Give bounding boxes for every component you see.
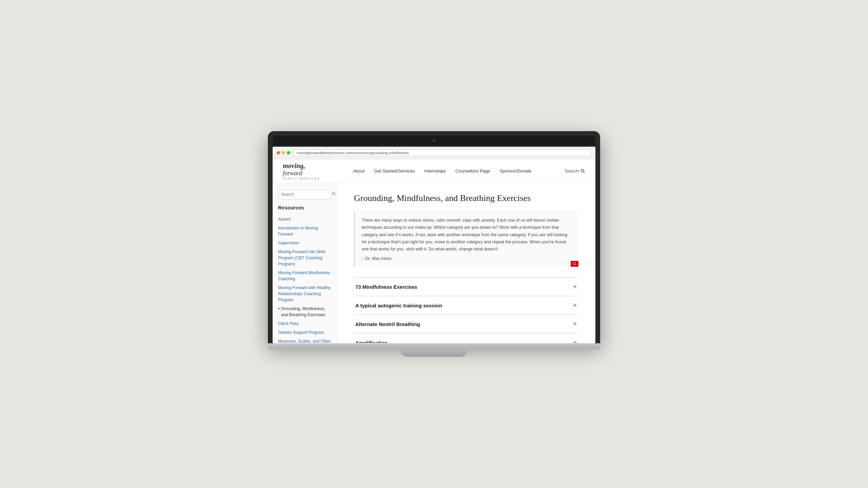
address-bar[interactable]: movingforwardfamilyservices.com/resource… <box>293 149 591 156</box>
list-item: Moving Forward Mindfulness Coaching <box>278 269 331 283</box>
sidebar-search-box[interactable] <box>278 190 331 199</box>
laptop-wrapper: movingforwardfamilyservices.com/resource… <box>268 131 600 357</box>
search-input[interactable] <box>281 192 332 197</box>
camera <box>433 139 435 142</box>
list-item: Supervision <box>278 239 331 247</box>
accordion-list: 73 Mindfulness Exercises + A typical aut… <box>354 277 578 343</box>
accordion-item: A typical autogenic training session + <box>354 296 578 315</box>
accordion-title: Amplification <box>355 340 388 343</box>
nav-about[interactable]: About <box>353 168 364 174</box>
nav-counsellors[interactable]: Counsellors Page <box>455 168 490 174</box>
list-item: Seniors Support Program <box>278 328 331 337</box>
search-icon <box>580 169 585 174</box>
nav-search-label: Search <box>565 168 579 174</box>
accordion-item: 73 Mindfulness Exercises + <box>354 278 578 296</box>
browser-chrome: movingforwardfamilyservices.com/resource… <box>273 147 595 159</box>
sidebar-item-seniors[interactable]: Seniors Support Program <box>278 328 331 337</box>
laptop-screen: movingforwardfamilyservices.com/resource… <box>273 147 595 343</box>
content-area: CL Grounding, Mindfulness, and Breathing… <box>337 183 595 343</box>
svg-line-1 <box>584 171 585 173</box>
laptop-body: movingforwardfamilyservices.com/resource… <box>268 131 600 343</box>
list-item: Moving Forward with Healthy Relationship… <box>278 284 331 304</box>
accordion-item: Amplification + <box>354 333 578 343</box>
sidebar-item-grounding[interactable]: Grounding, Mindfulness, and Breathing Ex… <box>278 305 331 319</box>
quote-author: – Dr. Max Innes <box>362 256 572 261</box>
cl-badge: CL <box>571 261 578 267</box>
sidebar-item-measures[interactable]: Measures, Scales, and Other Handouts <box>278 337 331 343</box>
svg-point-0 <box>581 169 584 172</box>
list-item: Client Fees <box>278 320 331 328</box>
sidebar-item-healthy-relationships[interactable]: Moving Forward with Healthy Relationship… <box>278 284 331 304</box>
sidebar-item-supervision[interactable]: Supervision <box>278 239 331 247</box>
main-content: Resources Alumni Introduction to Moving … <box>273 183 595 343</box>
maximize-dot[interactable] <box>287 151 290 155</box>
browser-dots <box>277 151 290 155</box>
logo-line1: moving, <box>283 162 320 170</box>
top-nav: moving, forward family services About Ge… <box>273 159 595 183</box>
sidebar-item-intro[interactable]: Introduction to Moving Forward <box>278 224 331 238</box>
list-item: Alumni <box>278 215 331 223</box>
page-title: Grounding, Mindfulness, and Breathing Ex… <box>354 193 578 203</box>
sidebar-search-icon <box>332 192 336 197</box>
svg-point-2 <box>333 192 335 195</box>
laptop-stand <box>400 349 468 357</box>
nav-internships[interactable]: Internships <box>424 168 446 174</box>
accordion-header-amplification[interactable]: Amplification + <box>354 333 578 343</box>
website: moving, forward family services About Ge… <box>273 159 595 343</box>
list-item: Introduction to Moving Forward <box>278 224 331 238</box>
accordion-title: A typical autogenic training session <box>355 303 442 308</box>
sidebar-item-life-skills[interactable]: Moving Forward Life Skills Program (CBT … <box>278 248 331 268</box>
accordion-expand-icon: + <box>573 339 577 343</box>
accordion-header-autogenic-training[interactable]: A typical autogenic training session + <box>354 296 578 314</box>
sidebar: Resources Alumni Introduction to Moving … <box>273 183 337 343</box>
sidebar-title: Resources <box>278 205 331 210</box>
list-item: Measures, Scales, and Other Handouts <box>278 337 331 343</box>
accordion-header-73-mindfulness[interactable]: 73 Mindfulness Exercises + <box>354 278 578 296</box>
laptop-base <box>268 343 600 349</box>
sidebar-item-alumni[interactable]: Alumni <box>278 215 331 223</box>
quote-block: There are many ways to reduce stress, ca… <box>354 211 578 266</box>
sidebar-item-grounding-label: Grounding, Mindfulness, and Breathing Ex… <box>281 306 331 318</box>
camera-bar <box>273 136 595 145</box>
close-dot[interactable] <box>277 151 280 155</box>
sidebar-nav: Alumni Introduction to Moving Forward Su… <box>278 215 331 343</box>
logo[interactable]: moving, forward family services <box>283 162 320 181</box>
accordion-header-alternate-nostril[interactable]: Alternate Nostril Breathing + <box>354 315 578 333</box>
quote-text: There are many ways to reduce stress, ca… <box>362 217 572 253</box>
logo-subtitle: family services <box>283 177 320 180</box>
list-item: Grounding, Mindfulness, and Breathing Ex… <box>278 305 331 319</box>
svg-line-3 <box>335 195 336 196</box>
nav-sponsor[interactable]: Sponsor/Donate <box>500 168 532 174</box>
sidebar-item-mindfulness[interactable]: Moving Forward Mindfulness Coaching <box>278 269 331 283</box>
nav-search[interactable]: Search <box>565 168 585 174</box>
nav-get-started[interactable]: Get Started/Services <box>374 168 415 174</box>
accordion-expand-icon: + <box>573 283 577 290</box>
accordion-title: Alternate Nostril Breathing <box>355 321 420 327</box>
list-item: Moving Forward Life Skills Program (CBT … <box>278 248 331 268</box>
accordion-expand-icon: + <box>573 302 577 309</box>
accordion-item: Alternate Nostril Breathing + <box>354 315 578 333</box>
accordion-title: 73 Mindfulness Exercises <box>355 284 417 290</box>
nav-links: About Get Started/Services Internships C… <box>353 168 531 174</box>
logo-line2: forward <box>283 170 320 177</box>
minimize-dot[interactable] <box>282 151 285 155</box>
accordion-expand-icon: + <box>573 320 577 328</box>
sidebar-item-client-fees[interactable]: Client Fees <box>278 320 331 328</box>
active-indicator <box>278 308 280 309</box>
